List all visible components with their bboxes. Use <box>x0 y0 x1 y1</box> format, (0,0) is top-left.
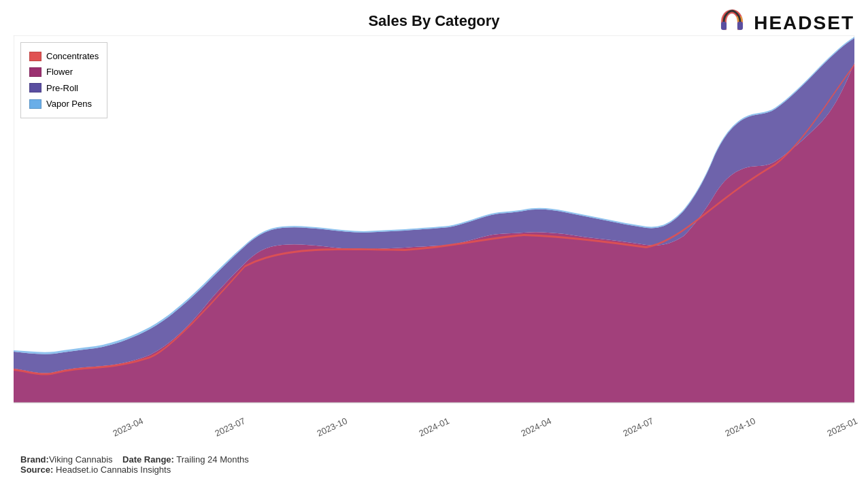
x-label-2024-07: 2024-07 <box>621 416 655 439</box>
preroll-swatch <box>29 83 41 93</box>
vapor-swatch <box>29 99 41 109</box>
flower-label: Flower <box>46 64 73 80</box>
svg-rect-2 <box>737 22 743 30</box>
date-range-label: Date Range: <box>122 454 174 465</box>
x-label-2024-04: 2024-04 <box>519 416 553 439</box>
chart-legend: Concentrates Flower Pre-Roll Vapor Pens <box>20 42 107 118</box>
concentrates-swatch <box>29 52 41 61</box>
logo: HEADSET <box>716 7 854 39</box>
brand-value: Viking Cannabis <box>49 454 113 465</box>
legend-item-flower: Flower <box>29 64 99 80</box>
x-axis-labels: 2023-04 2023-07 2023-10 2024-01 2024-04 … <box>14 416 854 450</box>
headset-logo-icon <box>716 7 748 39</box>
flower-swatch <box>29 67 41 77</box>
chart-area: Concentrates Flower Pre-Roll Vapor Pens <box>14 35 854 416</box>
page-wrapper: Sales By Category HEADSET <box>0 0 868 504</box>
concentrates-label: Concentrates <box>46 48 99 64</box>
x-label-2023-04: 2023-04 <box>111 416 145 439</box>
vapor-label: Vapor Pens <box>46 96 92 112</box>
source-label: Source: <box>20 465 53 475</box>
chart-svg <box>14 35 854 416</box>
svg-rect-1 <box>721 22 727 30</box>
x-label-2025-01: 2025-01 <box>825 416 859 439</box>
x-label-2024-10: 2024-10 <box>723 416 757 439</box>
x-label-2023-10: 2023-10 <box>315 416 349 439</box>
brand-label: Brand: <box>20 454 49 465</box>
date-range-value: Trailing 24 Months <box>176 454 248 465</box>
preroll-label: Pre-Roll <box>46 80 78 96</box>
source-value: Headset.io Cannabis Insights <box>56 465 171 475</box>
x-label-2024-01: 2024-01 <box>417 416 451 439</box>
legend-item-preroll: Pre-Roll <box>29 80 99 96</box>
x-label-2023-07: 2023-07 <box>213 416 247 439</box>
chart-footer: Brand:Viking Cannabis Date Range: Traili… <box>0 450 868 479</box>
legend-item-vapor: Vapor Pens <box>29 96 99 112</box>
chart-header: Sales By Category HEADSET <box>0 0 868 35</box>
x-axis-svg: 2023-04 2023-07 2023-10 2024-01 2024-04 … <box>27 416 868 450</box>
chart-title: Sales By Category <box>368 12 499 30</box>
legend-item-concentrates: Concentrates <box>29 48 99 64</box>
logo-text: HEADSET <box>754 12 854 34</box>
